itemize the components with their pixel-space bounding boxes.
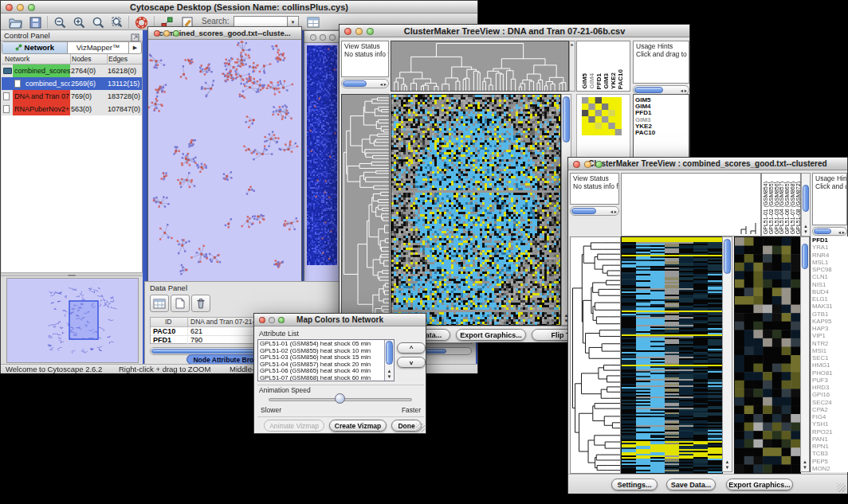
table-cell-id[interactable]: PAC10 bbox=[153, 327, 175, 335]
column-label[interactable]: PFD1 bbox=[595, 73, 603, 89]
usage-hints-scrollbar[interactable]: ◂ ▸ bbox=[812, 227, 847, 236]
gene-label[interactable]: PHO81 bbox=[811, 369, 848, 377]
zoom-window-icon[interactable] bbox=[367, 28, 374, 35]
zoom-window-icon[interactable] bbox=[173, 30, 179, 37]
gene-label[interactable]: NIS1 bbox=[811, 281, 848, 288]
create-vizmap-button[interactable]: Create Vizmap bbox=[329, 420, 387, 432]
gene-label[interactable]: CLN1 bbox=[811, 273, 848, 280]
gene-label[interactable]: YSH1 bbox=[811, 420, 848, 428]
column-label[interactable]: YKE2 bbox=[610, 72, 617, 89]
treeview1-titlebar[interactable]: ClusterMaker TreeView : DNA and Tran 07-… bbox=[340, 25, 689, 37]
tab-vizmapper[interactable]: VizMapper™ bbox=[68, 42, 128, 53]
scrollbar-thumb[interactable] bbox=[802, 244, 808, 269]
scrollbar-thumb[interactable] bbox=[634, 87, 663, 93]
heatmap-canvas[interactable] bbox=[621, 236, 723, 474]
new-attribute-icon[interactable] bbox=[171, 295, 190, 312]
gene-label[interactable]: RPN1 bbox=[811, 443, 848, 450]
network-graph-canvas[interactable] bbox=[148, 41, 301, 281]
column-dendrogram-area[interactable] bbox=[621, 173, 761, 236]
column-label[interactable]: GPL51-01 (GSM854) bbox=[763, 182, 768, 234]
zoom-in-icon[interactable] bbox=[69, 15, 88, 30]
column-label[interactable]: PAC10 bbox=[617, 69, 624, 89]
gene-label[interactable]: TCB3 bbox=[811, 450, 848, 457]
gene-label[interactable]: PUF3 bbox=[811, 377, 848, 384]
tab-network[interactable]: Network bbox=[2, 42, 68, 53]
network-row[interactable]: DNA and Tran 07769(0)183728(0) bbox=[2, 90, 142, 103]
gene-label[interactable]: GPI16 bbox=[811, 391, 848, 398]
birdseye-canvas[interactable] bbox=[6, 278, 139, 363]
table-cell-value[interactable]: 790 bbox=[190, 336, 202, 344]
gene-label[interactable]: RNR4 bbox=[811, 252, 848, 259]
resize-grip[interactable] bbox=[416, 424, 425, 432]
table-cell-id[interactable]: PFD1 bbox=[153, 336, 171, 344]
gene-label[interactable]: NTR2 bbox=[811, 340, 848, 347]
main-titlebar[interactable]: Cytoscape Desktop (Session Name: collins… bbox=[1, 1, 477, 14]
column-header[interactable]: Nodes bbox=[72, 55, 92, 63]
column-labels-vscrollbar[interactable]: ▲▼ bbox=[801, 173, 811, 236]
column-dendrogram-canvas[interactable] bbox=[391, 41, 569, 92]
minimize-icon[interactable] bbox=[584, 161, 591, 168]
network-row[interactable]: RNAPuberNov2+563(0)107847(0) bbox=[2, 103, 142, 115]
gene-label[interactable]: SEC1 bbox=[811, 354, 848, 361]
attribute-item[interactable]: GPL51-06 (GSM865) heat shock 40 min bbox=[260, 368, 383, 375]
column-header[interactable]: Network bbox=[5, 55, 29, 63]
delete-attribute-trash-icon[interactable] bbox=[191, 295, 210, 312]
attribute-item[interactable]: GPL51-03 (GSM856) heat shock 15 min bbox=[260, 354, 383, 361]
gene-label[interactable]: MON2 bbox=[811, 465, 848, 472]
gene-label[interactable]: MSL1 bbox=[811, 259, 848, 266]
zoom-window-icon[interactable] bbox=[28, 4, 35, 11]
gene-label[interactable]: YRA1 bbox=[811, 244, 848, 251]
treeview2-titlebar[interactable]: ClusterMaker TreeView : combined_scores_… bbox=[568, 158, 847, 170]
gene-label[interactable]: GTB1 bbox=[811, 311, 848, 318]
gene-label[interactable]: FIG4 bbox=[811, 413, 848, 420]
attribute-browser-icon[interactable] bbox=[304, 15, 323, 30]
scrollbar-thumb[interactable] bbox=[563, 96, 570, 143]
attribute-item[interactable]: GPL51-02 (GSM855) heat shock 10 min bbox=[260, 348, 383, 355]
close-icon[interactable] bbox=[310, 34, 316, 41]
open-folder-icon[interactable] bbox=[6, 15, 25, 30]
dialog-titlebar[interactable]: Map Colors to Network bbox=[254, 314, 426, 326]
column-label[interactable]: GIM4 bbox=[588, 73, 595, 89]
scrollbar-thumb[interactable] bbox=[571, 208, 596, 214]
gene-label[interactable]: PFD1 bbox=[811, 236, 848, 244]
scrollbar-thumb[interactable] bbox=[343, 80, 367, 87]
heatmap-canvas[interactable] bbox=[391, 94, 561, 326]
tab-overflow-icon[interactable]: ▶ bbox=[128, 42, 141, 53]
attribute-item[interactable]: GPL51-07 (GSM868) heat shock 60 min bbox=[260, 375, 383, 381]
zoom-window-icon[interactable] bbox=[595, 161, 603, 168]
minimize-icon[interactable] bbox=[17, 4, 24, 11]
close-icon[interactable] bbox=[154, 30, 160, 37]
scrollbar-thumb[interactable] bbox=[386, 341, 393, 365]
gene-label[interactable]: PEP5 bbox=[811, 458, 848, 465]
close-icon[interactable] bbox=[573, 161, 580, 168]
export-graphics-button[interactable]: Export Graphics... bbox=[726, 479, 793, 490]
gene-label[interactable]: ELG1 bbox=[811, 295, 848, 303]
gene-label[interactable]: HAP3 bbox=[811, 325, 848, 332]
export-graphics-button[interactable]: Export Graphics... bbox=[456, 329, 526, 341]
gene-label[interactable]: SPC98 bbox=[811, 266, 848, 273]
settings-button[interactable]: Settings... bbox=[611, 479, 658, 490]
gene-label[interactable]: CPA2 bbox=[811, 406, 848, 413]
attribute-listbox[interactable]: GPL51-01 (GSM854) heat shock 05 minGPL51… bbox=[257, 339, 395, 381]
zoom-window-icon[interactable] bbox=[329, 34, 336, 41]
column-label[interactable]: GIM3 bbox=[603, 73, 610, 89]
zoom-window-icon[interactable] bbox=[278, 317, 285, 323]
row-label[interactable]: PAC10 bbox=[635, 129, 655, 136]
gene-list-vscrollbar[interactable]: ▲▼ bbox=[800, 236, 810, 472]
network-row[interactable]: combined_scores2764(0)16218(0) bbox=[2, 64, 142, 77]
heatmap-vscrollbar[interactable]: ▲▼ bbox=[722, 236, 732, 472]
network-window[interactable]: combined_scores_good.txt--cluste... bbox=[147, 26, 302, 281]
gene-label[interactable]: KAP95 bbox=[811, 318, 848, 325]
resize-grip[interactable] bbox=[837, 483, 846, 492]
move-down-button[interactable]: v bbox=[397, 357, 426, 368]
gene-label[interactable]: RPO21 bbox=[811, 428, 848, 436]
row-dendrogram-canvas[interactable] bbox=[341, 94, 390, 326]
gene-label[interactable]: HMG1 bbox=[811, 361, 848, 369]
column-label[interactable]: GIM5 bbox=[581, 73, 588, 89]
view-status-scrollbar[interactable]: ◂ ▸ bbox=[341, 79, 389, 88]
view-status-scrollbar[interactable]: ◂ ▸ bbox=[570, 206, 619, 216]
zoom-fit-icon[interactable] bbox=[88, 15, 108, 30]
minimize-icon[interactable] bbox=[320, 34, 326, 41]
save-data-button[interactable]: Save Data... bbox=[666, 479, 716, 490]
column-header[interactable]: ID bbox=[165, 318, 172, 326]
